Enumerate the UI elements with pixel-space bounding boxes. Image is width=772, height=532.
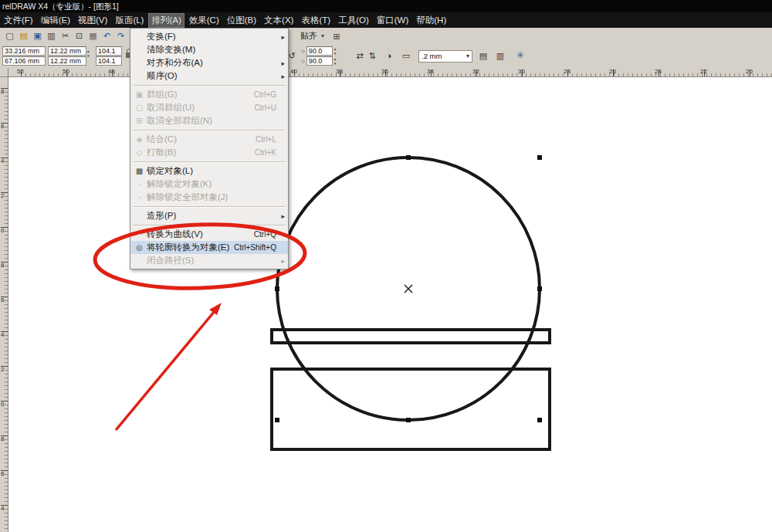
size-height-field[interactable]: 12.22 mm [48, 56, 86, 66]
ruler-label: 48 [108, 68, 115, 75]
ruler-label: 34 [427, 68, 434, 75]
ruler-label: 0 [1, 227, 4, 234]
menu-item-label: 转换为曲线(V) [147, 229, 203, 240]
size-spinner[interactable]: ▴ ▾ [87, 49, 90, 58]
menu-item-label: 解除锁定全部对象(J) [147, 191, 228, 203]
menu-item-label: 清除变换(M) [147, 44, 195, 56]
save-icon[interactable]: ▣ [31, 29, 44, 42]
menubar-item-tools[interactable]: 工具(O) [335, 13, 372, 28]
menu-item-order[interactable]: 顺序(O)▸ [130, 69, 288, 83]
ruler-origin-button[interactable] [0, 68, 8, 77]
arrange-menu-panel: 变换(F)▸清除变换(M)对齐和分布(A)▸顺序(O)▸▣群组(G)Ctrl+G… [130, 28, 289, 269]
submenu-arrow-icon: ▸ [281, 212, 285, 220]
redo-icon[interactable]: ↷ [114, 29, 127, 42]
mirror-horizontal-button[interactable]: ⇄ [354, 49, 366, 62]
menu-separator [133, 85, 286, 86]
menubar-item-window[interactable]: 窗口(W) [374, 13, 412, 28]
object-size-group: 12.22 mm 12.22 mm [48, 46, 86, 66]
menu-item-clear-transform[interactable]: 清除变换(M) [130, 43, 288, 56]
menubar-item-view[interactable]: 视图(V) [75, 13, 110, 28]
ruler-label: 2 [1, 192, 4, 199]
undo-icon[interactable]: ↶ [100, 29, 113, 42]
position-y-field[interactable]: 67.106 mm [2, 56, 46, 66]
open-icon[interactable]: ▤ [17, 29, 30, 42]
menubar-item-file[interactable]: 文件(F) [1, 13, 36, 28]
angle-spinner[interactable]: ▴▾ [334, 46, 337, 56]
menu-item-unlock-object: ▫解除锁定对象(K) [130, 178, 288, 191]
property-bar: 33.216 mm 67.106 mm 12.22 mm 12.22 mm ▴ … [0, 45, 772, 69]
options-gear-icon[interactable]: ✳ [514, 49, 527, 62]
snap-to-dropdown[interactable]: 贴齐 ▾ [297, 30, 327, 42]
ruler-label: 28 [564, 68, 571, 75]
format-icon[interactable]: ▥ [494, 49, 506, 62]
lock-icon: ▩ [132, 167, 147, 175]
menu-item-label: 取消群组(U) [147, 102, 195, 114]
grid-options-icon[interactable]: ⊞ [330, 30, 343, 42]
menubar-item-bitmaps[interactable]: 位图(B) [224, 13, 259, 28]
frame-icon[interactable]: ▭ [400, 49, 412, 62]
menubar-item-text[interactable]: 文本(X) [261, 13, 296, 28]
ruler-label: 36 [381, 68, 388, 75]
rotation-angle-field[interactable]: 90.0 [306, 46, 333, 56]
menu-item-group: ▣群组(G)Ctrl+G [130, 88, 288, 101]
menu-item-convert-to-curves[interactable]: ◠转换为曲线(V)Ctrl+Q [130, 228, 288, 241]
ruler-label: 2 [1, 366, 4, 373]
print-icon[interactable]: ▥ [45, 29, 58, 42]
menu-shortcut: Ctrl+L [256, 135, 286, 144]
vertical-ruler[interactable]: 8642086420864 [0, 77, 8, 532]
ruler-label: 4 [1, 158, 4, 164]
outline-width-select[interactable]: .2 mm ▾ [418, 50, 472, 63]
copy-icon[interactable]: ⊡ [73, 29, 86, 42]
menubar-item-effects[interactable]: 效果(C) [186, 13, 222, 28]
menu-shortcut: Ctrl+U [254, 103, 286, 112]
scale-x-field[interactable]: 104.1 [96, 46, 122, 56]
ruler-label: 38 [336, 68, 343, 75]
cut-icon[interactable]: ✂ [59, 29, 72, 42]
menubar-item-edit[interactable]: 编辑(E) [38, 13, 73, 28]
object-position-group: 33.216 mm 67.106 mm [2, 46, 46, 66]
scale-y-field[interactable]: 104.1 [96, 56, 122, 66]
standard-toolbar: ▢▤▣▥✂⊡▦↶↷ 贴齐 ▾ ⊞ [0, 28, 772, 46]
spinner-down-icon[interactable]: ▾ [87, 53, 90, 58]
curve-icon: ◠ [132, 230, 147, 239]
menu-item-break-apart: ◇打散(B)Ctrl+K [130, 146, 288, 159]
text-wrap-icon[interactable]: ▤ [477, 49, 489, 62]
canvas-area[interactable] [8, 77, 772, 532]
menu-item-outline-to-object[interactable]: ◎将轮廓转换为对象(E)Ctrl+Shift+Q [130, 241, 288, 254]
new-document-icon[interactable]: ▢ [3, 29, 16, 42]
break-apart-icon: ◇ [132, 148, 147, 157]
menu-item-label: 打散(B) [147, 147, 176, 158]
skew-angle-field[interactable]: 90.0 [306, 56, 333, 66]
menubar-item-help[interactable]: 帮助(H) [413, 13, 449, 28]
menu-item-transform[interactable]: 变换(F)▸ [130, 30, 288, 43]
menu-item-lock-object[interactable]: ▩锁定对象(L) [130, 164, 288, 178]
menu-item-shaping[interactable]: 造形(P)▸ [130, 209, 288, 222]
ungroup-all-icon: ⊞ [132, 117, 147, 125]
menu-separator [133, 130, 286, 130]
ruler-label: 24 [655, 68, 662, 75]
angle-icon: ○ [301, 58, 305, 65]
mirror-vertical-button[interactable]: ⇅ [366, 49, 378, 62]
ungroup-icon: ▢ [132, 103, 147, 112]
angle-spinner[interactable]: ▴▾ [334, 56, 337, 66]
group-icon: ▣ [132, 90, 147, 99]
menubar-item-table[interactable]: 表格(T) [298, 13, 334, 28]
menu-item-align-distribute[interactable]: 对齐和分布(A)▸ [130, 56, 288, 69]
menu-separator [133, 206, 286, 207]
submenu-arrow-icon: ▸ [281, 33, 285, 41]
paste-icon[interactable]: ▦ [86, 29, 100, 42]
ruler-label: 50 [63, 68, 69, 75]
horizontal-ruler[interactable]: 5250484644424038363432302826242220 [8, 68, 772, 77]
menu-item-label: 对齐和分布(A) [147, 57, 203, 69]
arc-shape-icon[interactable]: ◑ [383, 49, 395, 62]
menu-item-label: 解除锁定对象(K) [147, 178, 212, 190]
menu-shortcut: Ctrl+Q [254, 230, 286, 239]
menubar-item-arrange[interactable]: 排列(A) [148, 13, 184, 28]
ruler-label: 4 [1, 505, 4, 512]
menu-item-label: 锁定对象(L) [147, 165, 193, 177]
position-x-field[interactable]: 33.216 mm [2, 46, 46, 56]
menu-item-close-path: 闭合路径(S)▸ [130, 254, 288, 267]
standard-toolbar-icons: ▢▤▣▥✂⊡▦↶↷ [3, 29, 127, 42]
size-width-field[interactable]: 12.22 mm [48, 46, 86, 56]
menubar-item-layout[interactable]: 版面(L) [112, 13, 147, 28]
